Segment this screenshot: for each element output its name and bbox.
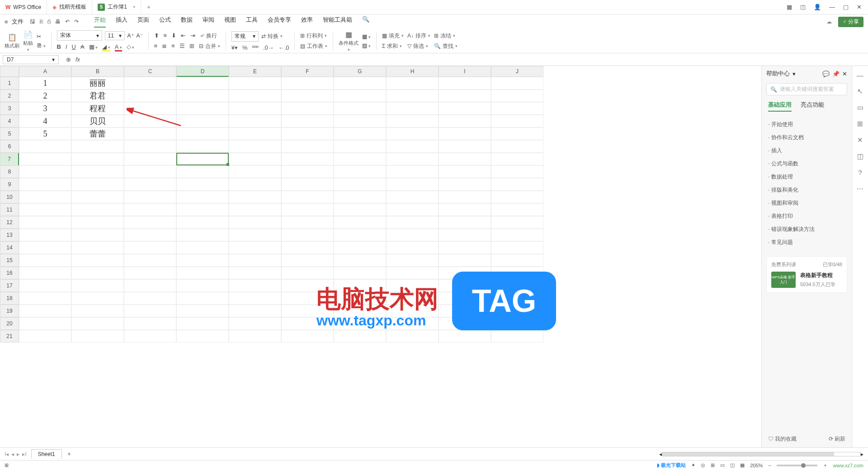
convert-button[interactable]: ⇄ 转换 xyxy=(261,33,283,40)
close-tab-icon[interactable]: • xyxy=(133,4,135,10)
cell[interactable] xyxy=(491,330,543,343)
cell[interactable] xyxy=(124,77,176,89)
library-icon[interactable]: ◫ xyxy=(857,152,863,160)
cell[interactable] xyxy=(124,267,176,279)
column-header[interactable]: E xyxy=(229,66,281,77)
zoom-slider[interactable] xyxy=(777,465,817,466)
find-button[interactable]: 🔍 查找 xyxy=(434,42,458,50)
column-header[interactable]: H xyxy=(386,66,439,77)
cell[interactable] xyxy=(229,229,281,241)
cell[interactable] xyxy=(229,102,281,115)
cell[interactable] xyxy=(19,140,71,153)
cell[interactable] xyxy=(281,89,334,102)
cell[interactable] xyxy=(71,191,124,203)
increase-decimal-icon[interactable]: .0→ xyxy=(263,44,274,51)
row-header[interactable]: 15 xyxy=(0,254,19,267)
redo-icon[interactable]: ↷ xyxy=(74,19,79,25)
cell[interactable] xyxy=(229,330,281,343)
cell[interactable] xyxy=(176,140,229,153)
row-header[interactable]: 5 xyxy=(0,127,19,140)
cell[interactable] xyxy=(439,330,491,343)
undo-icon[interactable]: ↶ xyxy=(65,19,70,25)
row-header[interactable]: 14 xyxy=(0,241,19,254)
align-justify-icon[interactable]: ☰ xyxy=(179,42,185,50)
next-sheet-icon[interactable]: ▸ xyxy=(17,451,19,457)
cell[interactable] xyxy=(386,102,439,115)
normal-view-icon[interactable]: ▭ xyxy=(720,462,725,468)
tab-member[interactable]: 会员专享 xyxy=(268,16,291,28)
number-format-select[interactable]: 常规▾ xyxy=(231,31,259,42)
close-panel-icon[interactable]: ✕ xyxy=(842,70,847,77)
cell[interactable] xyxy=(334,254,386,267)
tab-formula[interactable]: 公式 xyxy=(159,16,171,28)
cell[interactable] xyxy=(491,178,543,191)
tab-view[interactable]: 视图 xyxy=(224,16,236,28)
cell[interactable]: 丽丽 xyxy=(71,77,124,89)
fill-color-button[interactable]: ◢ xyxy=(102,43,110,52)
cell[interactable] xyxy=(334,241,386,254)
cell[interactable] xyxy=(281,140,334,153)
cell[interactable] xyxy=(229,267,281,279)
cell[interactable] xyxy=(386,178,439,191)
cell[interactable] xyxy=(176,241,229,254)
cell[interactable] xyxy=(229,241,281,254)
cell[interactable] xyxy=(176,178,229,191)
cell[interactable] xyxy=(19,330,71,343)
cell[interactable] xyxy=(176,254,229,267)
cell[interactable] xyxy=(386,127,439,140)
cell[interactable]: 蕾蕾 xyxy=(71,127,124,140)
app-icon[interactable]: ▦ xyxy=(787,4,792,10)
cell[interactable] xyxy=(71,254,124,267)
merge-cells-button[interactable]: ⊟ 合并 xyxy=(199,42,220,50)
add-tab-button[interactable]: ＋ xyxy=(141,0,156,14)
cell[interactable] xyxy=(334,229,386,241)
column-header[interactable]: D xyxy=(176,66,229,77)
cell[interactable] xyxy=(229,165,281,178)
presentation-icon[interactable]: ▭ xyxy=(857,103,863,112)
cell[interactable] xyxy=(281,216,334,229)
cell[interactable] xyxy=(281,229,334,241)
cell[interactable] xyxy=(19,292,71,305)
cell[interactable] xyxy=(176,165,229,178)
cell[interactable] xyxy=(71,292,124,305)
tools-icon[interactable]: ✕ xyxy=(857,136,863,144)
cell[interactable] xyxy=(491,102,543,115)
row-header[interactable]: 2 xyxy=(0,89,19,102)
cell[interactable] xyxy=(176,216,229,229)
cell[interactable] xyxy=(19,241,71,254)
cell[interactable] xyxy=(229,127,281,140)
cell[interactable]: 5 xyxy=(19,127,71,140)
distribute-icon[interactable]: ⊞ xyxy=(189,42,194,50)
cell[interactable] xyxy=(439,241,491,254)
increase-font-icon[interactable]: A⁺ xyxy=(127,33,134,39)
select-all-corner[interactable] xyxy=(0,66,19,77)
cell[interactable] xyxy=(176,330,229,343)
tab-efficiency[interactable]: 效率 xyxy=(301,16,313,28)
cell[interactable] xyxy=(71,330,124,343)
sum-button[interactable]: Σ 求和 xyxy=(382,42,404,50)
cell[interactable] xyxy=(124,140,176,153)
help-item[interactable]: 表格打印 xyxy=(768,210,845,223)
cell[interactable] xyxy=(176,89,229,102)
cell[interactable] xyxy=(334,330,386,343)
cell[interactable] xyxy=(124,317,176,330)
cell[interactable] xyxy=(229,305,281,317)
tab-page[interactable]: 页面 xyxy=(137,16,149,28)
row-header[interactable]: 3 xyxy=(0,102,19,115)
cell[interactable] xyxy=(439,191,491,203)
cell[interactable] xyxy=(176,279,229,292)
reading-view-icon[interactable]: ▦ xyxy=(740,462,745,468)
italic-button[interactable]: I xyxy=(66,43,67,52)
cell[interactable] xyxy=(176,77,229,89)
cut-icon[interactable]: ✂ xyxy=(37,33,46,40)
cell[interactable] xyxy=(71,305,124,317)
cell[interactable] xyxy=(491,254,543,267)
cell[interactable] xyxy=(229,140,281,153)
cond-format-button[interactable]: ▦条件格式 xyxy=(339,30,359,52)
cell[interactable] xyxy=(19,165,71,178)
cell[interactable] xyxy=(386,165,439,178)
cell[interactable] xyxy=(176,191,229,203)
cell[interactable] xyxy=(229,89,281,102)
font-color-button[interactable]: A xyxy=(115,43,122,52)
row-header[interactable]: 17 xyxy=(0,279,19,292)
